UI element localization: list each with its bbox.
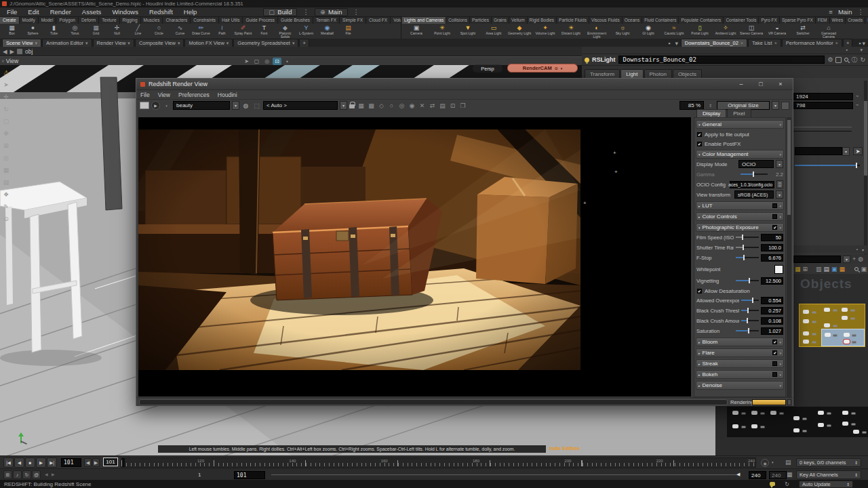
lut-checkbox[interactable] — [772, 203, 777, 208]
shelf-tool[interactable]: TFont — [254, 24, 275, 39]
keys-page-icon[interactable]: ▤ — [785, 459, 791, 466]
layout-icon[interactable]: ▪ — [283, 58, 292, 65]
section-denoise[interactable]: ▸Denoise▾ — [696, 381, 784, 390]
grid-icon[interactable]: ▦ — [357, 101, 366, 110]
shelf-tool[interactable]: ◆Geometry Light — [507, 24, 532, 39]
net-shelf-icon[interactable]: ▦ — [840, 266, 846, 272]
range-end-field-b[interactable]: 240 — [769, 471, 787, 479]
shelf-tab[interactable]: Grains — [492, 17, 509, 24]
shelf-tab[interactable]: Rigging — [120, 17, 141, 24]
display-mode-caret[interactable]: ▾ — [776, 160, 783, 168]
info-icon[interactable]: ⓘ — [851, 56, 857, 64]
strip-dropdown[interactable] — [795, 147, 842, 155]
viewport-toolbar-label[interactable]: View — [6, 58, 18, 64]
pane-tab[interactable]: Take List× — [748, 39, 781, 47]
shelf-tab[interactable]: Guide Process — [243, 17, 278, 24]
network-node[interactable] — [803, 310, 809, 314]
view-transform-caret[interactable]: ▾ — [776, 190, 783, 199]
section-photographic-exposure[interactable]: ▾Photographic Exposure✔▾ — [696, 223, 784, 232]
overexposure-value[interactable]: 0.554 — [761, 297, 783, 304]
black-crush-threshold-slider[interactable] — [741, 308, 759, 313]
range-start-label[interactable]: 1 — [198, 472, 201, 478]
frame-icon[interactable] — [835, 57, 842, 63]
path-location[interactable]: obj — [25, 48, 33, 55]
net-pin-icon[interactable]: ▪ — [856, 247, 858, 251]
shelf-tab[interactable]: Simple FX — [340, 17, 366, 24]
shelf-tool[interactable]: ◒VR Camera — [764, 24, 790, 39]
camera-pill[interactable]: RenderCAM⊙▾ — [507, 64, 578, 73]
shelf-tool[interactable]: ✏Draw Curve — [191, 24, 212, 39]
save-image-icon[interactable]: ⊡ — [448, 101, 457, 110]
section-color-management[interactable]: ▾Color Management▾ — [696, 150, 784, 159]
channel-icon-b[interactable]: ⌁ — [856, 102, 859, 108]
aov-dropdown[interactable]: beauty — [173, 101, 230, 110]
snap-icon[interactable]: ◎ — [3, 155, 9, 161]
shelf-tab[interactable]: Characters — [163, 17, 191, 24]
shelf-tab[interactable]: Oceans — [623, 17, 642, 24]
param-field-b[interactable]: 798 — [793, 102, 853, 109]
aov-manager-icon[interactable]: ◍ — [241, 101, 250, 110]
shelf-tab[interactable]: Fluid Containers — [642, 17, 679, 24]
network-node-cluster[interactable] — [727, 407, 868, 437]
fstop-value[interactable]: 6.676 — [761, 254, 783, 262]
network-node[interactable] — [818, 423, 824, 427]
network-node[interactable] — [751, 411, 757, 415]
network-path-caret[interactable]: ▾ — [843, 256, 850, 263]
bucket-dropdown[interactable]: < Auto > — [263, 101, 338, 110]
rotate-icon[interactable]: ↻ — [3, 106, 9, 113]
shelf-tab[interactable]: Populate Containers — [679, 17, 724, 24]
param-pin-icon[interactable]: ▪ — [846, 47, 848, 52]
range-current-field[interactable]: 101 — [234, 471, 265, 479]
pane-tab-caret[interactable]: ▾ — [292, 41, 295, 46]
shelf-tab[interactable]: Cloud FX — [366, 17, 391, 24]
step-forward-button[interactable]: ▶ — [92, 458, 100, 467]
shelf-tool[interactable]: ◐Environment Light — [584, 24, 610, 39]
param-tab[interactable]: Objects — [673, 69, 702, 78]
compare-icon[interactable]: ✕ — [418, 101, 427, 110]
bucket-icon[interactable]: ◎ — [397, 101, 406, 110]
pose-icon[interactable]: ⊞ — [3, 142, 9, 149]
node-name-field[interactable]: Downstairs_Bounce_02 — [618, 56, 825, 64]
fstop-slider[interactable] — [736, 255, 759, 260]
shelf-tool[interactable]: ○Circle — [149, 24, 170, 39]
auto-update-dropdown[interactable]: Auto Update⇕ — [799, 481, 853, 488]
display-mode-dropdown[interactable]: OCIO — [738, 160, 774, 168]
shelf-tool[interactable]: ▮Tube — [43, 24, 64, 39]
add-pane-tab-button[interactable]: + — [299, 39, 309, 47]
vignetting-slider[interactable] — [736, 278, 759, 283]
black-crush-amount-slider[interactable] — [741, 318, 759, 323]
camera-lock-icon[interactable]: ⊙ — [555, 66, 558, 70]
close-button[interactable]: × — [772, 79, 789, 89]
shelf-tab[interactable]: Texture — [99, 17, 119, 24]
view-mode-pill[interactable]: Persp — [473, 64, 502, 73]
shelf-tab[interactable]: Sparse Pyro FX — [780, 17, 816, 24]
pane-corner-caret-icon[interactable]: ▾ — [861, 40, 868, 47]
progress-end-button[interactable] — [787, 399, 791, 405]
rv-panel-tab[interactable]: Display — [696, 109, 726, 117]
play-button[interactable]: ▶ — [36, 458, 46, 468]
shelf-tool[interactable]: ▼Spot Light — [455, 24, 481, 39]
allow-desaturation-checkbox[interactable]: ✔ — [697, 289, 702, 293]
network-box[interactable] — [799, 304, 865, 347]
whitepoint-swatch[interactable] — [774, 265, 783, 274]
key-page-icon[interactable]: ▦ — [787, 471, 793, 478]
rv-title-bar[interactable]: Redshift Render View – □ × — [136, 79, 793, 90]
shelf-tab[interactable]: Model — [39, 17, 57, 24]
pane-tab-close[interactable]: × — [835, 41, 838, 45]
section-bloom[interactable]: ▸Bloom✔▾ — [696, 338, 784, 346]
playhead-marker[interactable] — [122, 458, 125, 468]
select-icon[interactable]: ➤ — [3, 81, 9, 88]
network-node[interactable] — [732, 411, 738, 415]
shelf-tool[interactable]: ▦Grid — [85, 24, 106, 39]
shelf-tool[interactable]: ≀Path — [212, 24, 233, 39]
bokeh-checkbox[interactable] — [772, 372, 777, 377]
redshift-render-view-window[interactable]: Redshift Render View – □ × FileViewPrefe… — [136, 78, 793, 406]
view-pane-icon[interactable]: ▤ — [3, 179, 9, 186]
net-box-icon[interactable]: ▦ — [795, 266, 801, 272]
shelf-tab[interactable]: Polygon — [56, 17, 79, 24]
overexposure-slider[interactable] — [741, 298, 759, 303]
view-transform-dropdown[interactable]: sRGB (ACES) — [734, 190, 774, 199]
ocio-config-field[interactable]: aces_1.0.3/config.ocio — [730, 181, 774, 188]
shelf-tab[interactable]: Deform — [79, 17, 99, 24]
start-render-button[interactable]: ▶ — [151, 101, 160, 110]
